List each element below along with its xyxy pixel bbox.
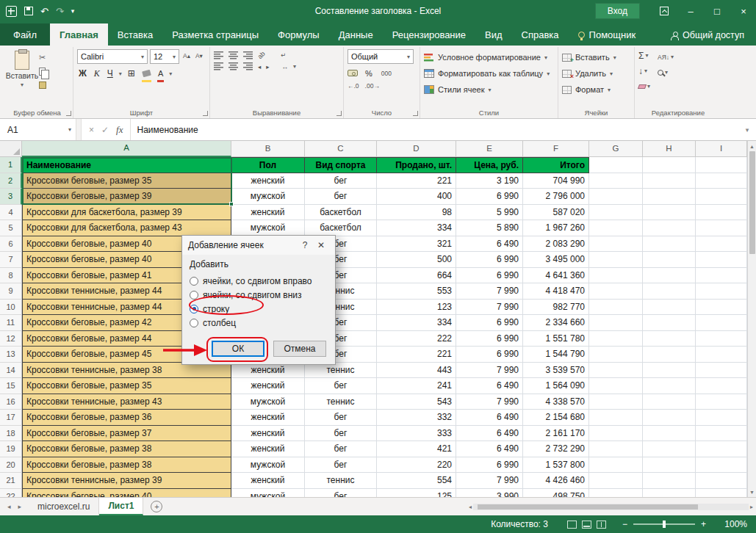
hscroll-right-icon[interactable]: ▸ (750, 504, 753, 510)
cell-H8[interactable] (643, 268, 696, 284)
cell-E15[interactable]: 6 490 (456, 378, 523, 394)
cell-G10[interactable] (589, 300, 643, 316)
column-header-C[interactable]: C (305, 141, 377, 157)
cell-D4[interactable]: 98 (377, 205, 456, 221)
cell-D9[interactable]: 553 (377, 283, 456, 300)
cell-G4[interactable] (589, 205, 643, 221)
cell-G13[interactable] (589, 347, 643, 363)
cell-I10[interactable] (696, 300, 747, 316)
delete-cells-button[interactable]: × Удалить ▾ (562, 65, 630, 81)
shrink-font-icon[interactable]: А▾ (194, 49, 204, 62)
format-cells-button[interactable]: Формат ▾ (562, 81, 630, 98)
cell-I16[interactable] (696, 394, 747, 410)
cell-C4[interactable]: баскетбол (305, 205, 377, 221)
cancel-button[interactable]: Отмена (273, 341, 326, 357)
cell-F22[interactable]: 498 750 (523, 489, 589, 498)
horizontal-scrollbar-thumb[interactable] (478, 504, 698, 510)
column-header-H[interactable]: H (643, 141, 696, 157)
cell-F6[interactable]: 2 083 290 (523, 236, 589, 253)
cell-E17[interactable]: 6 490 (456, 410, 523, 426)
conditional-formatting-button[interactable]: Условное форматирование ▾ (424, 49, 554, 65)
cell-F17[interactable]: 2 154 680 (523, 410, 589, 426)
cell-F4[interactable]: 587 020 (523, 205, 589, 221)
radio-entire-column[interactable]: столбец (190, 316, 328, 330)
cell-H21[interactable] (643, 473, 696, 489)
cell-F2[interactable]: 704 990 (523, 173, 589, 189)
decrease-decimal-icon[interactable]: .00→ (365, 82, 380, 90)
insert-function-icon[interactable]: fx (116, 124, 123, 136)
cell-G5[interactable] (589, 220, 643, 236)
cell-H22[interactable] (643, 489, 696, 498)
cell-H7[interactable] (643, 252, 696, 268)
row-header-16[interactable]: 16 (0, 394, 22, 410)
tab-home[interactable]: Главная (50, 23, 108, 46)
dialog-launcher-icon[interactable] (203, 111, 208, 116)
format-as-table-button[interactable]: Форматировать как таблицу ▾ (424, 65, 554, 81)
dialog-launcher-icon[interactable] (336, 111, 342, 116)
cell-D20[interactable]: 220 (377, 457, 456, 474)
align-left-icon[interactable] (214, 62, 223, 70)
dialog-help-icon[interactable]: ? (297, 240, 313, 250)
cell-D13[interactable]: 221 (377, 347, 456, 363)
clear-icon[interactable]: ▾ (638, 80, 650, 93)
cell-I9[interactable] (696, 283, 747, 300)
accounting-format-icon[interactable] (348, 68, 358, 79)
copy-icon[interactable] (39, 65, 46, 77)
cell-F13[interactable]: 1 544 790 (523, 347, 589, 363)
ribbon-display-options-icon[interactable] (652, 0, 677, 22)
cell-F16[interactable]: 4 338 570 (523, 394, 589, 410)
cell-H6[interactable] (643, 236, 696, 253)
borders-icon[interactable]: ⊞ (126, 67, 137, 80)
cell-E10[interactable]: 7 990 (456, 300, 523, 316)
cell-B19[interactable]: женский (231, 441, 305, 457)
cell-A19[interactable]: Кроссовки беговые, размер 38 (22, 441, 231, 457)
row-header-7[interactable]: 7 (0, 252, 22, 268)
row-header-9[interactable]: 9 (0, 283, 22, 300)
cell-F7[interactable]: 3 495 000 (523, 252, 589, 268)
cell-H3[interactable] (643, 189, 696, 205)
cell-F5[interactable]: 1 967 260 (523, 220, 589, 236)
cell-H2[interactable] (643, 173, 696, 189)
tab-help[interactable]: Справка (512, 23, 569, 46)
cell-I20[interactable] (696, 457, 747, 474)
assistant-button[interactable]: Помощник (569, 23, 646, 46)
cell-D3[interactable]: 400 (377, 189, 456, 205)
cell-D15[interactable]: 241 (377, 378, 456, 394)
cell-C21[interactable]: теннис (305, 473, 377, 489)
font-name-select[interactable]: Calibri ▾ (77, 49, 148, 64)
row-header-10[interactable]: 10 (0, 300, 22, 316)
sheet-tab-microexcel[interactable]: microexcel.ru (29, 498, 99, 515)
tab-data[interactable]: Данные (329, 23, 383, 46)
cell-E7[interactable]: 6 990 (456, 252, 523, 268)
cell-C2[interactable]: бег (305, 173, 377, 189)
cell-I3[interactable] (696, 189, 747, 205)
cancel-entry-icon[interactable]: × (89, 125, 94, 135)
ok-button[interactable]: ОК (212, 341, 264, 357)
cell-B2[interactable]: женский (231, 173, 305, 189)
cell-H11[interactable] (643, 315, 696, 331)
cell-D14[interactable]: 443 (377, 363, 456, 379)
cell-B4[interactable]: женский (231, 205, 305, 221)
row-header-22[interactable]: 22 (0, 489, 22, 498)
cell-styles-button[interactable]: Стили ячеек ▾ (424, 81, 554, 98)
format-painter-icon[interactable] (39, 79, 46, 91)
cell-I13[interactable] (696, 347, 747, 363)
cell-H10[interactable] (643, 300, 696, 316)
cell-C3[interactable]: бег (305, 189, 377, 205)
cell-A4[interactable]: Кроссовки для баскетбола, размер 39 (22, 205, 231, 221)
cell-C16[interactable]: теннис (305, 394, 377, 410)
cell-H1[interactable] (643, 157, 696, 173)
dialog-launcher-icon[interactable] (66, 111, 71, 116)
cell-E19[interactable]: 6 490 (456, 441, 523, 457)
cell-C20[interactable]: бег (305, 457, 377, 474)
qat-customize-icon[interactable]: ▾ (71, 7, 75, 15)
name-box[interactable]: A1 ▾ (0, 119, 76, 140)
column-header-A[interactable]: A (22, 141, 231, 157)
cell-I6[interactable] (696, 236, 747, 253)
row-header-6[interactable]: 6 (0, 236, 22, 253)
align-center-icon[interactable] (228, 62, 238, 70)
cell-H13[interactable] (643, 347, 696, 363)
cell-I5[interactable] (696, 220, 747, 236)
cell-F10[interactable]: 982 770 (523, 300, 589, 316)
cell-B18[interactable]: женский (231, 426, 305, 442)
